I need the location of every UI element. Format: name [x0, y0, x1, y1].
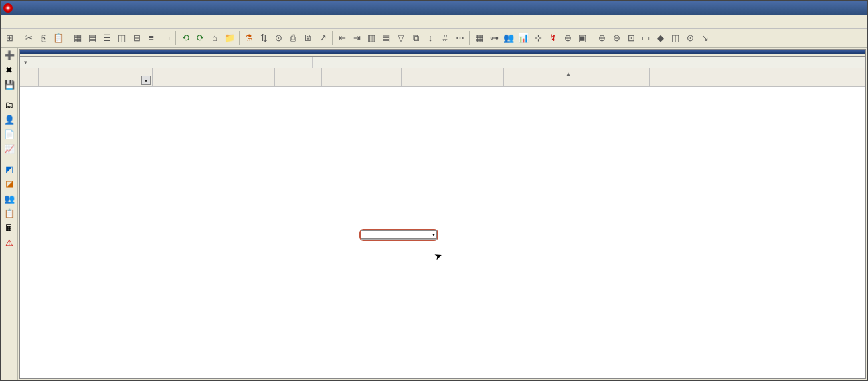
tb-layout-icon[interactable]: ⊟	[130, 31, 143, 45]
tb-zoom-fit-icon[interactable]: ⊡	[624, 31, 638, 45]
tb-filter-icon[interactable]: ▽	[394, 31, 408, 45]
sb-wbs-icon[interactable]: ◩	[3, 163, 15, 175]
col-total-float[interactable]	[402, 68, 444, 86]
chevron-down-icon[interactable]: ▾	[24, 59, 27, 66]
tb-level-icon[interactable]: ⇅	[257, 31, 270, 45]
tb-group-icon[interactable]: ⧉	[409, 31, 422, 45]
activity-grid: ▾ ▲	[20, 68, 865, 378]
col-activity-id[interactable]: ▾	[39, 68, 153, 86]
tb-paste-icon[interactable]: 📋	[52, 31, 65, 45]
tb-rows-icon[interactable]: ▤	[379, 31, 393, 45]
cursor-icon: ➤	[433, 249, 444, 262]
dropdown-list	[361, 239, 437, 240]
filter-bar: ▾	[20, 57, 865, 68]
tb-publish-icon[interactable]: ↗	[316, 31, 329, 45]
tb-zoom-in-icon[interactable]: ⊕	[595, 31, 608, 45]
sb-resources-icon[interactable]: 👤	[3, 113, 15, 125]
sb-reports-icon[interactable]: 📄	[3, 128, 15, 140]
tb-gotoday-icon[interactable]: ⊙	[683, 31, 697, 45]
tb-list-icon[interactable]: ☰	[100, 31, 114, 45]
tb-zoom-out-icon[interactable]: ⊖	[610, 31, 623, 45]
tb-progline-icon[interactable]: ↘	[698, 31, 711, 45]
tb-collapse-icon[interactable]: ◆	[654, 31, 667, 45]
sb-assign-icon[interactable]: 👥	[3, 192, 15, 204]
col-original-duration[interactable]	[444, 68, 504, 86]
sb-doc-icon[interactable]: 📋	[3, 207, 15, 219]
sb-act-icon[interactable]: ◪	[3, 177, 15, 189]
sb-projects-icon[interactable]: 🗂	[3, 98, 15, 110]
tb-wbs-icon[interactable]: ▭	[159, 31, 173, 45]
dropdown-selected[interactable]: ▾	[361, 230, 437, 239]
sb-sep	[3, 93, 15, 96]
col-activity-type[interactable]	[322, 68, 402, 86]
chevron-down-icon: ▾	[432, 232, 435, 238]
tb-cols-icon[interactable]: ▥	[365, 31, 378, 45]
app-icon	[3, 3, 13, 13]
sb-track-icon[interactable]: 📈	[3, 143, 15, 155]
tb-gantt-icon[interactable]: ▦	[472, 31, 486, 45]
tb-expand-icon[interactable]: ⊞	[3, 31, 16, 45]
tb-copy-icon[interactable]: ⎘	[37, 31, 50, 45]
col-dropdown-icon[interactable]: ▾	[141, 76, 151, 85]
tb-timescale-icon[interactable]: ▭	[639, 31, 653, 45]
tb-rel-icon[interactable]: ⊕	[561, 31, 574, 45]
tb-folder-icon[interactable]: 📁	[223, 31, 236, 45]
tb-outdent-icon[interactable]: ⇥	[350, 31, 363, 45]
tb-split-icon[interactable]: ◫	[115, 31, 128, 45]
tb-cut-icon[interactable]: ✂	[22, 31, 35, 45]
tb-expand-all-icon[interactable]: ◫	[669, 31, 682, 45]
tb-find-icon[interactable]: #	[438, 31, 452, 45]
tb-res-icon[interactable]: 👥	[502, 31, 515, 45]
sb-calc-icon[interactable]: 🖩	[3, 222, 15, 234]
tb-print-icon[interactable]: ⎙	[286, 31, 300, 45]
sort-asc-icon: ▲	[566, 71, 571, 77]
sb-new-icon[interactable]: ➕	[3, 49, 15, 61]
left-sidebar: ➕ ✖ 💾 🗂 👤 📄 📈 ◩ ◪ 👥 📋 🖩 ⚠	[1, 48, 18, 380]
app-window: ⊞ ✂ ⎘ 📋 ▦ ▤ ☰ ◫ ⊟ ≡ ▭ ⟲ ⟳ ⌂ 📁 ⚗ ⇅ ⊙ ⎙ 🗎 …	[0, 0, 868, 381]
tb-preview-icon[interactable]: 🗎	[301, 31, 315, 45]
col-resources[interactable]	[650, 68, 839, 86]
sb-del-icon[interactable]: ✖	[3, 64, 15, 76]
tb-link-icon[interactable]: ↯	[546, 31, 559, 45]
tb-schedule-icon[interactable]: ⚗	[242, 31, 256, 45]
tb-chart-icon[interactable]: 📊	[517, 31, 530, 45]
tb-fwd-icon[interactable]: ⟳	[193, 31, 207, 45]
col-finish[interactable]	[574, 68, 650, 86]
tb-sort-icon[interactable]: ↕	[424, 31, 437, 45]
tb-base-icon[interactable]: ▣	[576, 31, 589, 45]
menu-bar	[1, 15, 867, 29]
col-num[interactable]	[20, 68, 39, 86]
col-calendar[interactable]	[275, 68, 322, 86]
col-start[interactable]: ▲	[504, 68, 574, 86]
tb-progress-icon[interactable]: ⊙	[272, 31, 285, 45]
content-pane: ▾ ▾	[19, 49, 866, 379]
col-activity-name[interactable]	[153, 68, 275, 86]
sb-sep2	[3, 157, 15, 160]
title-bar	[1, 1, 867, 15]
tb-grid-icon[interactable]: ▦	[71, 31, 84, 45]
tb-table-icon[interactable]: ▤	[86, 31, 99, 45]
activity-type-dropdown[interactable]: ▾	[359, 229, 438, 241]
tb-bars-icon[interactable]: ≡	[145, 31, 158, 45]
tb-near-icon[interactable]: ⋯	[453, 31, 466, 45]
tb-trace-icon[interactable]: ⊶	[487, 31, 501, 45]
toolbar: ⊞ ✂ ⎘ 📋 ▦ ▤ ☰ ◫ ⊟ ≡ ▭ ⟲ ⟳ ⌂ 📁 ⚗ ⇅ ⊙ ⎙ 🗎 …	[1, 29, 867, 48]
sb-risk-icon[interactable]: ⚠	[3, 236, 15, 248]
grid-header: ▾ ▲	[20, 68, 865, 87]
tb-home-icon[interactable]: ⌂	[208, 31, 222, 45]
tb-back-icon[interactable]: ⟲	[179, 31, 192, 45]
tb-pert-icon[interactable]: ⊹	[531, 31, 545, 45]
tb-indent-icon[interactable]: ⇤	[335, 31, 349, 45]
sb-save-icon[interactable]: 💾	[3, 78, 15, 90]
